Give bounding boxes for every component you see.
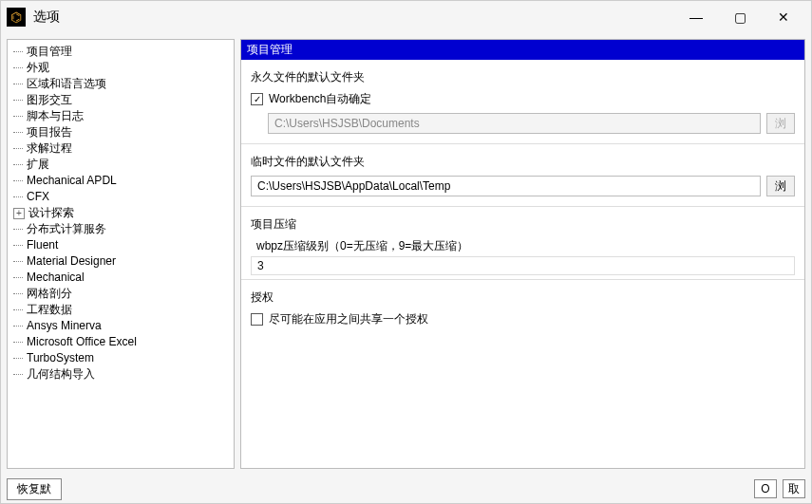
options-window: ⌬ 选项 — ▢ ✕ 项目管理外观区域和语言选项图形交互脚本与日志项目报告求解过… (0, 0, 812, 504)
footer: 恢复默 O 取 (1, 475, 811, 503)
compress-value[interactable]: 3 (251, 256, 795, 275)
wb-auto-checkbox[interactable]: ✓ (251, 93, 263, 105)
tree-item-label: 扩展 (27, 157, 49, 173)
maximize-button[interactable]: ▢ (718, 3, 762, 31)
tree-item-label: Material Designer (27, 253, 116, 270)
minimize-button[interactable]: — (674, 3, 718, 31)
tree-item[interactable]: 求解过程 (9, 140, 232, 157)
tree-item[interactable]: 外观 (9, 60, 232, 76)
expand-icon[interactable]: + (13, 208, 25, 219)
close-button[interactable]: ✕ (762, 3, 805, 31)
tree-item-label: 区域和语言选项 (27, 76, 106, 92)
tree-branch-icon (13, 180, 23, 181)
tree-item-label: 几何结构导入 (27, 366, 95, 383)
tree-branch-icon (13, 100, 23, 101)
tree-item-label: Mechanical (27, 270, 85, 286)
tree-item[interactable]: +设计探索 (9, 205, 232, 221)
tree-item[interactable]: 区域和语言选项 (9, 76, 232, 92)
tree-item[interactable]: 图形交互 (9, 92, 232, 108)
tree-item-label: CFX (27, 189, 49, 205)
compress-label: wbpz压缩级别（0=无压缩，9=最大压缩） (256, 238, 795, 254)
settings-panel: 项目管理 永久文件的默认文件夹 ✓ Workbench自动确定 浏 临时文件的默… (240, 39, 805, 469)
tree-branch-icon (13, 342, 23, 343)
share-auth-label: 尽可能在应用之间共享一个授权 (269, 311, 428, 327)
tree-item[interactable]: Material Designer (9, 253, 232, 270)
tree-item[interactable]: 项目管理 (9, 44, 232, 60)
temp-folder-title: 临时文件的默认文件夹 (251, 154, 795, 170)
window-title: 选项 (33, 9, 60, 26)
tree-branch-icon (13, 277, 23, 278)
tree-item[interactable]: TurboSystem (9, 350, 232, 366)
tree-branch-icon (13, 67, 23, 68)
tree-item[interactable]: 网格剖分 (9, 286, 232, 302)
tree-item[interactable]: Fluent (9, 237, 232, 253)
perm-folder-section: 永久文件的默认文件夹 ✓ Workbench自动确定 浏 (241, 60, 804, 144)
wb-auto-label: Workbench自动确定 (269, 91, 371, 107)
tree-branch-icon (13, 164, 23, 165)
tree-item[interactable]: Microsoft Office Excel (9, 334, 232, 350)
panel-header: 项目管理 (241, 40, 804, 60)
tree-branch-icon (13, 293, 23, 294)
tree-branch-icon (13, 196, 23, 197)
tree-item-label: 项目管理 (27, 44, 72, 60)
tree-item-label: 工程数据 (27, 302, 72, 318)
perm-folder-path (268, 113, 761, 134)
tree-item[interactable]: 工程数据 (9, 302, 232, 318)
auth-section: 授权 尽可能在应用之间共享一个授权 (241, 280, 804, 337)
tree-item-label: Ansys Minerva (27, 318, 102, 334)
ok-button[interactable]: O (754, 479, 777, 498)
share-auth-checkbox[interactable] (251, 313, 263, 326)
tree-item-label: TurboSystem (27, 350, 94, 366)
tree-item[interactable]: 脚本与日志 (9, 108, 232, 124)
tree-item[interactable]: 项目报告 (9, 124, 232, 140)
tree-item-label: 求解过程 (27, 140, 72, 157)
restore-defaults-button[interactable]: 恢复默 (7, 478, 62, 500)
tree-item[interactable]: CFX (9, 189, 232, 205)
cancel-button[interactable]: 取 (783, 479, 805, 498)
tree-branch-icon (13, 51, 23, 52)
tree-branch-icon (13, 84, 23, 84)
tree-item-label: Microsoft Office Excel (27, 334, 137, 350)
compress-section: 项目压缩 wbpz压缩级别（0=无压缩，9=最大压缩） 3 (241, 207, 804, 280)
tree-branch-icon (13, 326, 23, 327)
tree-item[interactable]: 分布式计算服务 (9, 221, 232, 237)
app-icon: ⌬ (7, 8, 26, 27)
tree-item[interactable]: Mechanical (9, 270, 232, 286)
titlebar[interactable]: ⌬ 选项 — ▢ ✕ (1, 1, 811, 33)
tree-item-label: 图形交互 (27, 92, 72, 108)
tree-branch-icon (13, 132, 23, 133)
tree-branch-icon (13, 229, 23, 230)
temp-folder-section: 临时文件的默认文件夹 浏 (241, 144, 804, 207)
tree-item[interactable]: Ansys Minerva (9, 318, 232, 334)
window-controls: — ▢ ✕ (674, 3, 805, 31)
temp-folder-browse-button[interactable]: 浏 (766, 176, 795, 196)
tree-item[interactable]: 几何结构导入 (9, 366, 232, 383)
tree-branch-icon (13, 116, 23, 117)
tree-item-label: 设计探索 (28, 205, 74, 221)
perm-folder-browse-button: 浏 (766, 113, 795, 134)
tree-branch-icon (13, 358, 23, 359)
tree-item-label: 网格剖分 (27, 286, 72, 302)
content-area: 项目管理外观区域和语言选项图形交互脚本与日志项目报告求解过程扩展Mechanic… (1, 33, 811, 475)
tree-item-label: 外观 (27, 60, 49, 76)
tree-item-label: 项目报告 (27, 124, 72, 140)
compress-title: 项目压缩 (251, 216, 795, 233)
tree-item-label: 分布式计算服务 (27, 221, 106, 237)
tree-branch-icon (13, 148, 23, 149)
tree-branch-icon (13, 245, 23, 246)
tree-item[interactable]: 扩展 (9, 157, 232, 173)
tree-branch-icon (13, 374, 23, 375)
tree-branch-icon (13, 261, 23, 262)
auth-title: 授权 (251, 289, 795, 306)
perm-folder-title: 永久文件的默认文件夹 (251, 69, 795, 85)
category-tree[interactable]: 项目管理外观区域和语言选项图形交互脚本与日志项目报告求解过程扩展Mechanic… (7, 39, 235, 469)
tree-item[interactable]: Mechanical APDL (9, 173, 232, 189)
tree-item-label: Fluent (27, 237, 58, 253)
tree-item-label: 脚本与日志 (27, 108, 84, 124)
tree-item-label: Mechanical APDL (27, 173, 117, 189)
tree-branch-icon (13, 309, 23, 310)
temp-folder-path[interactable] (251, 176, 761, 196)
